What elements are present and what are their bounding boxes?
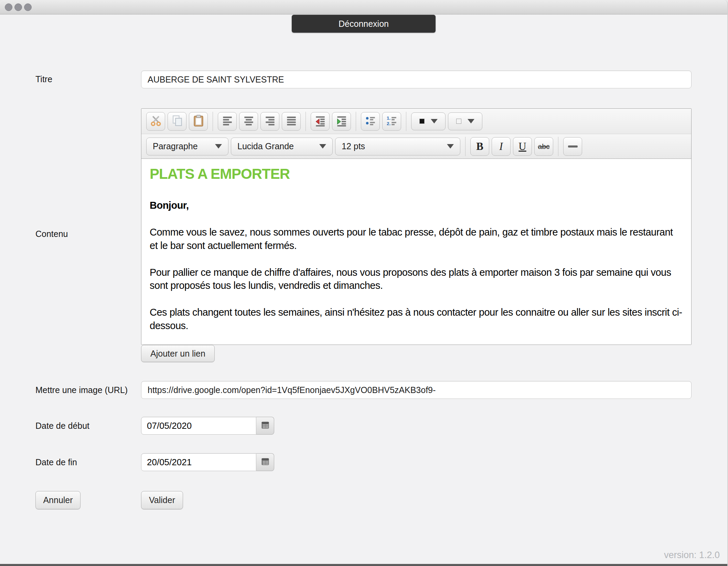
rich-text-editor: 1. 2. — [141, 108, 692, 345]
align-center-icon — [242, 114, 255, 129]
minimize-window-button[interactable] — [14, 3, 22, 11]
calendar-icon — [260, 457, 270, 468]
editor-paragraph: Bonjour, — [150, 199, 683, 212]
toolbar-separator — [406, 112, 406, 131]
italic-icon: I — [499, 140, 503, 153]
background-color-picker[interactable] — [448, 112, 482, 130]
paste-button[interactable] — [189, 112, 208, 131]
toolbar-separator — [558, 137, 558, 156]
chevron-down-icon — [468, 119, 474, 123]
calendar-icon — [260, 420, 270, 431]
editor-toolbar-row2: Paragraphe Lucida Grande 12 pts B I U — [141, 134, 691, 159]
start-date-calendar-button[interactable] — [256, 417, 274, 435]
cancel-button[interactable]: Annuler — [35, 491, 81, 509]
close-window-button[interactable] — [5, 3, 12, 11]
scissors-icon — [149, 114, 162, 129]
toolbar-separator — [306, 112, 306, 131]
outdent-icon — [314, 114, 327, 129]
chevron-down-icon — [215, 144, 222, 149]
copy-icon — [171, 114, 184, 129]
end-date-widget — [141, 453, 274, 471]
text-color-swatch — [419, 119, 425, 124]
align-center-button[interactable] — [239, 112, 258, 131]
strikethrough-icon: abc — [538, 142, 550, 151]
text-color-picker[interactable] — [411, 112, 446, 130]
svg-text:1.: 1. — [386, 115, 390, 120]
title-label: Titre — [35, 74, 52, 84]
font-family-select[interactable]: Lucida Grande — [231, 138, 333, 155]
window-bottom-edge — [0, 564, 727, 566]
horizontal-rule-button[interactable] — [563, 137, 582, 156]
align-right-icon — [264, 114, 277, 129]
toolbar-separator — [356, 112, 356, 131]
title-input[interactable] — [141, 70, 692, 88]
underline-button[interactable]: U — [513, 137, 532, 156]
indent-button[interactable] — [332, 112, 351, 131]
end-date-calendar-button[interactable] — [256, 453, 274, 471]
start-date-widget — [141, 417, 274, 435]
outdent-button[interactable] — [311, 112, 330, 131]
bullet-list-icon — [364, 114, 377, 129]
add-link-button[interactable]: Ajouter un lien — [141, 345, 215, 362]
chevron-down-icon — [431, 119, 438, 123]
font-size-select[interactable]: 12 pts — [335, 138, 460, 155]
bold-button[interactable]: B — [470, 137, 489, 156]
start-date-label: Date de début — [35, 421, 89, 431]
horizontal-rule-icon — [568, 145, 578, 148]
strikethrough-button[interactable]: abc — [534, 137, 553, 156]
editor-paragraph: Ces plats changent toutes les semaines, … — [150, 306, 683, 332]
align-right-button[interactable] — [260, 112, 279, 131]
end-date-label: Date de fin — [35, 457, 77, 467]
indent-icon — [335, 114, 348, 129]
chevron-down-icon — [319, 144, 326, 149]
submit-button[interactable]: Valider — [141, 491, 183, 509]
editor-paragraph: Comme vous le savez, nous sommes ouverts… — [150, 226, 683, 252]
ordered-list-button[interactable]: 1. 2. — [382, 112, 401, 131]
numbered-list-icon: 1. 2. — [385, 114, 398, 129]
svg-text:2.: 2. — [386, 121, 390, 126]
copy-button[interactable] — [168, 112, 186, 131]
cut-button[interactable] — [146, 112, 165, 131]
start-date-input[interactable] — [141, 417, 256, 435]
background-color-swatch — [456, 119, 461, 124]
editor-content-area[interactable]: PLATS A EMPORTER Bonjour, Comme vous le … — [141, 159, 691, 345]
content-label: Contenu — [35, 229, 68, 239]
version-text: version: 1.2.0 — [664, 550, 720, 560]
clipboard-icon — [192, 114, 205, 129]
chevron-down-icon — [447, 144, 454, 149]
paragraph-format-value: Paragraphe — [153, 141, 198, 151]
align-justify-button[interactable] — [282, 112, 301, 131]
editor-toolbar-row1: 1. 2. — [141, 109, 691, 134]
title-bar — [0, 0, 727, 14]
zoom-window-button[interactable] — [24, 3, 32, 11]
underline-icon: U — [518, 140, 526, 153]
editor-heading: PLATS A EMPORTER — [150, 166, 683, 182]
logout-button[interactable]: Déconnexion — [292, 15, 436, 33]
bold-icon: B — [476, 140, 483, 153]
italic-button[interactable]: I — [492, 137, 511, 156]
app-window: Déconnexion Titre Contenu — [0, 0, 728, 566]
image-url-label: Mettre une image (URL) — [35, 385, 128, 395]
editor-paragraph: Pour pallier ce manque de chiffre d'affa… — [150, 266, 683, 292]
align-left-button[interactable] — [218, 112, 237, 131]
font-size-value: 12 pts — [342, 141, 365, 151]
image-url-input[interactable] — [141, 381, 692, 399]
unordered-list-button[interactable] — [361, 112, 380, 131]
paragraph-format-select[interactable]: Paragraphe — [146, 138, 228, 155]
end-date-input[interactable] — [141, 453, 256, 471]
toolbar-separator — [213, 112, 213, 131]
font-family-value: Lucida Grande — [237, 141, 294, 151]
align-justify-icon — [285, 114, 298, 129]
toolbar-separator — [465, 137, 465, 156]
align-left-icon — [221, 114, 234, 129]
